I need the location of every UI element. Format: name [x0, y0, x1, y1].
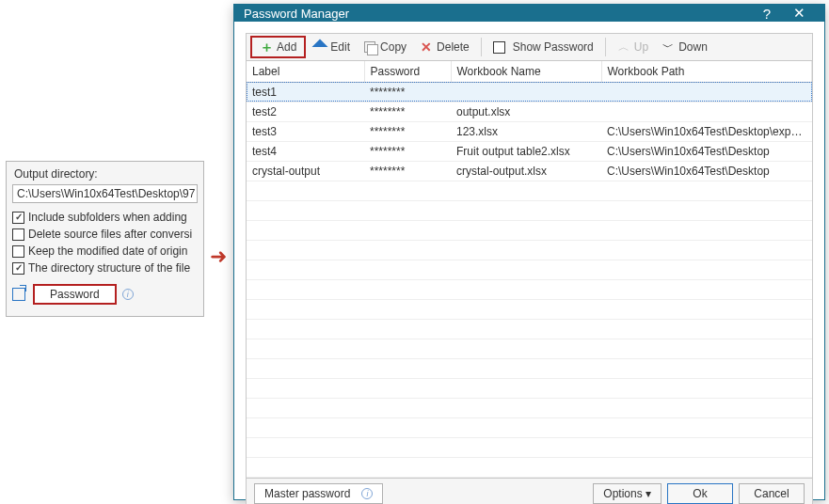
table-row-empty [247, 398, 812, 417]
opt-include-subfolders[interactable]: Include subfolders when adding [7, 209, 203, 226]
copy-icon [363, 40, 376, 54]
btn-label: Options [603, 487, 642, 500]
toolbar: ＋ Add Edit Copy ✕ Delete Show Password [246, 33, 813, 61]
table-row[interactable]: test4********Fruit output table2.xlsxC:\… [247, 141, 812, 161]
dialog-footer: Master password Options ▾ Ok Cancel [246, 479, 813, 505]
up-button[interactable]: ︿ Up [612, 39, 654, 55]
arrow-icon: ➜ [210, 244, 227, 269]
checkbox-icon[interactable] [12, 212, 24, 224]
separator [481, 38, 482, 56]
pencil-icon [313, 40, 327, 54]
opt-label: Keep the modified date of origin [28, 244, 187, 258]
btn-label: Master password [264, 487, 350, 500]
table-row[interactable]: test2********output.xlsx [247, 102, 812, 121]
opt-label: Include subfolders when adding [28, 211, 187, 224]
cell-pwd: ******** [364, 82, 451, 102]
delete-button[interactable]: ✕ Delete [414, 39, 475, 55]
opt-label: Delete source files after conversi [28, 228, 192, 241]
btn-label: Up [634, 40, 648, 54]
cell-pwd: ******** [364, 141, 451, 161]
btn-label: Down [678, 40, 708, 54]
popout-icon[interactable] [12, 288, 25, 301]
cell-wb: crystal-output.xlsx [451, 161, 601, 181]
opt-keep-date[interactable]: Keep the modified date of origin [7, 243, 203, 260]
cell-path [601, 102, 812, 121]
col-password[interactable]: Password [364, 61, 451, 82]
cell-pwd: ******** [364, 102, 451, 121]
checkbox-icon[interactable] [493, 41, 505, 54]
table-row-empty [247, 240, 812, 260]
help-button[interactable]: ? [751, 6, 783, 22]
info-icon[interactable] [122, 289, 134, 300]
chevron-up-icon: ︿ [617, 40, 630, 54]
cell-label: test4 [247, 141, 364, 161]
chevron-down-icon: ﹀ [662, 40, 675, 54]
cell-label: test1 [247, 82, 364, 102]
table-row-empty [247, 457, 812, 477]
table-row-empty [247, 299, 812, 319]
edit-button[interactable]: Edit [308, 39, 356, 55]
btn-label: Show Password [513, 40, 594, 54]
table-row-empty [247, 358, 812, 378]
ok-button[interactable]: Ok [667, 483, 733, 504]
cell-pwd: ******** [364, 161, 451, 181]
dropdown-caret-icon: ▾ [646, 487, 651, 500]
checkbox-icon[interactable] [12, 262, 24, 275]
password-table[interactable]: Label Password Workbook Name Workbook Pa… [246, 61, 813, 479]
titlebar: Password Manager ? ✕ [234, 5, 824, 22]
cell-path: C:\Users\Win10x64Test\Desktop [601, 141, 812, 161]
col-path[interactable]: Workbook Path [601, 61, 812, 82]
table-row-empty [247, 220, 812, 240]
table-row-empty [247, 437, 812, 457]
cell-wb [451, 82, 601, 102]
cell-wb: 123.xlsx [451, 121, 601, 141]
cell-path: C:\Users\Win10x64Test\Desktop [601, 161, 812, 181]
table-row-empty [247, 319, 812, 339]
col-label[interactable]: Label [247, 61, 364, 82]
checkbox-icon[interactable] [12, 228, 24, 241]
opt-delete-source[interactable]: Delete source files after conversi [7, 226, 203, 243]
cell-path [601, 82, 812, 102]
table-row-empty [247, 339, 812, 358]
table-row[interactable]: test1******** [247, 82, 812, 102]
add-button[interactable]: ＋ Add [254, 39, 302, 55]
cell-label: crystal-output [247, 161, 364, 181]
opt-label: The directory structure of the file [28, 261, 190, 275]
checkbox-icon[interactable] [12, 245, 24, 258]
table-row-empty [247, 181, 812, 200]
close-button[interactable]: ✕ [783, 5, 815, 22]
table-header-row: Label Password Workbook Name Workbook Pa… [247, 61, 812, 82]
col-workbook[interactable]: Workbook Name [451, 61, 601, 82]
table-row[interactable]: test3********123.xlsxC:\Users\Win10x64Te… [247, 121, 812, 141]
info-icon[interactable] [361, 488, 373, 499]
cell-pwd: ******** [364, 121, 451, 141]
table-row-empty [247, 279, 812, 299]
copy-button[interactable]: Copy [358, 39, 412, 55]
add-highlight: ＋ Add [250, 36, 306, 58]
output-dir-label: Output directory: [7, 165, 203, 182]
output-dir-input[interactable]: C:\Users\Win10x64Test\Desktop\97 [12, 184, 198, 203]
table-row-empty [247, 200, 812, 220]
x-icon: ✕ [420, 40, 433, 54]
btn-label: Delete [437, 40, 470, 54]
dialog-title: Password Manager [244, 7, 751, 21]
options-button[interactable]: Options ▾ [593, 483, 662, 504]
table-row-empty [247, 417, 812, 437]
separator [605, 38, 606, 56]
table-row[interactable]: crystal-output********crystal-output.xls… [247, 161, 812, 181]
table-row-empty [247, 260, 812, 279]
cell-wb: output.xlsx [451, 102, 601, 121]
cell-label: test2 [247, 102, 364, 121]
plus-icon: ＋ [260, 40, 273, 54]
show-password-toggle[interactable]: Show Password [487, 39, 599, 55]
password-button[interactable]: Password [33, 284, 117, 305]
down-button[interactable]: ﹀ Down [656, 39, 713, 55]
cancel-button[interactable]: Cancel [739, 483, 805, 504]
output-settings-panel: Output directory: C:\Users\Win10x64Test\… [6, 161, 204, 317]
btn-label: Edit [330, 40, 350, 54]
btn-label: Add [277, 40, 296, 54]
master-password-button[interactable]: Master password [254, 483, 383, 504]
btn-label: Copy [380, 40, 407, 54]
opt-dir-structure[interactable]: The directory structure of the file [7, 260, 203, 276]
cell-wb: Fruit output table2.xlsx [451, 141, 601, 161]
